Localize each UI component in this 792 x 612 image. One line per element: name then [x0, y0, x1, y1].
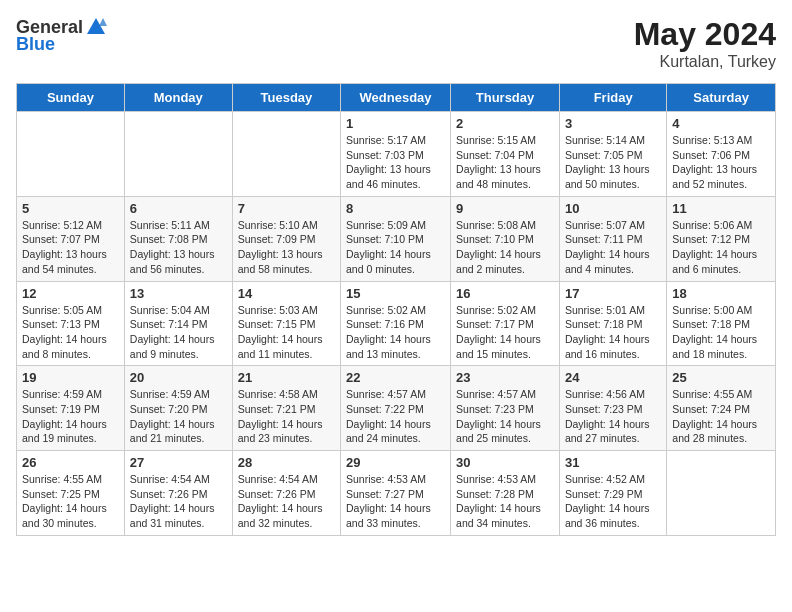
cell-info: Sunrise: 4:54 AM Sunset: 7:26 PM Dayligh… — [130, 472, 227, 531]
cell-info: Sunrise: 4:57 AM Sunset: 7:22 PM Dayligh… — [346, 387, 445, 446]
cell-info: Sunrise: 5:04 AM Sunset: 7:14 PM Dayligh… — [130, 303, 227, 362]
cell-info: Sunrise: 4:59 AM Sunset: 7:19 PM Dayligh… — [22, 387, 119, 446]
calendar-cell: 15Sunrise: 5:02 AM Sunset: 7:16 PM Dayli… — [341, 281, 451, 366]
calendar-cell: 4Sunrise: 5:13 AM Sunset: 7:06 PM Daylig… — [667, 112, 776, 197]
calendar-cell — [232, 112, 340, 197]
day-number: 5 — [22, 201, 119, 216]
cell-info: Sunrise: 4:58 AM Sunset: 7:21 PM Dayligh… — [238, 387, 335, 446]
calendar-cell: 17Sunrise: 5:01 AM Sunset: 7:18 PM Dayli… — [559, 281, 666, 366]
day-number: 2 — [456, 116, 554, 131]
header-day-saturday: Saturday — [667, 84, 776, 112]
calendar-cell: 14Sunrise: 5:03 AM Sunset: 7:15 PM Dayli… — [232, 281, 340, 366]
cell-info: Sunrise: 4:57 AM Sunset: 7:23 PM Dayligh… — [456, 387, 554, 446]
calendar-cell: 6Sunrise: 5:11 AM Sunset: 7:08 PM Daylig… — [124, 196, 232, 281]
day-number: 7 — [238, 201, 335, 216]
calendar-cell: 20Sunrise: 4:59 AM Sunset: 7:20 PM Dayli… — [124, 366, 232, 451]
cell-info: Sunrise: 5:09 AM Sunset: 7:10 PM Dayligh… — [346, 218, 445, 277]
cell-info: Sunrise: 5:11 AM Sunset: 7:08 PM Dayligh… — [130, 218, 227, 277]
header-day-sunday: Sunday — [17, 84, 125, 112]
calendar-cell: 9Sunrise: 5:08 AM Sunset: 7:10 PM Daylig… — [451, 196, 560, 281]
cell-info: Sunrise: 4:54 AM Sunset: 7:26 PM Dayligh… — [238, 472, 335, 531]
calendar-cell: 26Sunrise: 4:55 AM Sunset: 7:25 PM Dayli… — [17, 451, 125, 536]
day-number: 3 — [565, 116, 661, 131]
day-number: 14 — [238, 286, 335, 301]
page-header: General Blue May 2024 Kurtalan, Turkey — [16, 16, 776, 71]
day-number: 24 — [565, 370, 661, 385]
calendar-cell: 24Sunrise: 4:56 AM Sunset: 7:23 PM Dayli… — [559, 366, 666, 451]
calendar-cell: 22Sunrise: 4:57 AM Sunset: 7:22 PM Dayli… — [341, 366, 451, 451]
day-number: 11 — [672, 201, 770, 216]
calendar-cell: 23Sunrise: 4:57 AM Sunset: 7:23 PM Dayli… — [451, 366, 560, 451]
calendar-cell: 2Sunrise: 5:15 AM Sunset: 7:04 PM Daylig… — [451, 112, 560, 197]
calendar-table: SundayMondayTuesdayWednesdayThursdayFrid… — [16, 83, 776, 536]
calendar-cell: 18Sunrise: 5:00 AM Sunset: 7:18 PM Dayli… — [667, 281, 776, 366]
cell-info: Sunrise: 5:10 AM Sunset: 7:09 PM Dayligh… — [238, 218, 335, 277]
title-block: May 2024 Kurtalan, Turkey — [634, 16, 776, 71]
calendar-cell — [124, 112, 232, 197]
cell-info: Sunrise: 4:59 AM Sunset: 7:20 PM Dayligh… — [130, 387, 227, 446]
day-number: 13 — [130, 286, 227, 301]
cell-info: Sunrise: 5:07 AM Sunset: 7:11 PM Dayligh… — [565, 218, 661, 277]
cell-info: Sunrise: 5:06 AM Sunset: 7:12 PM Dayligh… — [672, 218, 770, 277]
day-number: 31 — [565, 455, 661, 470]
cell-info: Sunrise: 4:55 AM Sunset: 7:25 PM Dayligh… — [22, 472, 119, 531]
day-number: 8 — [346, 201, 445, 216]
calendar-cell: 28Sunrise: 4:54 AM Sunset: 7:26 PM Dayli… — [232, 451, 340, 536]
calendar-cell: 1Sunrise: 5:17 AM Sunset: 7:03 PM Daylig… — [341, 112, 451, 197]
cell-info: Sunrise: 5:08 AM Sunset: 7:10 PM Dayligh… — [456, 218, 554, 277]
calendar-cell: 21Sunrise: 4:58 AM Sunset: 7:21 PM Dayli… — [232, 366, 340, 451]
cell-info: Sunrise: 4:53 AM Sunset: 7:28 PM Dayligh… — [456, 472, 554, 531]
cell-info: Sunrise: 5:17 AM Sunset: 7:03 PM Dayligh… — [346, 133, 445, 192]
calendar-cell: 19Sunrise: 4:59 AM Sunset: 7:19 PM Dayli… — [17, 366, 125, 451]
calendar-cell: 30Sunrise: 4:53 AM Sunset: 7:28 PM Dayli… — [451, 451, 560, 536]
week-row-5: 26Sunrise: 4:55 AM Sunset: 7:25 PM Dayli… — [17, 451, 776, 536]
calendar-cell: 7Sunrise: 5:10 AM Sunset: 7:09 PM Daylig… — [232, 196, 340, 281]
day-number: 29 — [346, 455, 445, 470]
day-number: 9 — [456, 201, 554, 216]
day-number: 10 — [565, 201, 661, 216]
day-number: 17 — [565, 286, 661, 301]
day-number: 16 — [456, 286, 554, 301]
calendar-header-row: SundayMondayTuesdayWednesdayThursdayFrid… — [17, 84, 776, 112]
day-number: 20 — [130, 370, 227, 385]
calendar-body: 1Sunrise: 5:17 AM Sunset: 7:03 PM Daylig… — [17, 112, 776, 536]
day-number: 25 — [672, 370, 770, 385]
day-number: 6 — [130, 201, 227, 216]
cell-info: Sunrise: 4:52 AM Sunset: 7:29 PM Dayligh… — [565, 472, 661, 531]
day-number: 4 — [672, 116, 770, 131]
cell-info: Sunrise: 5:15 AM Sunset: 7:04 PM Dayligh… — [456, 133, 554, 192]
header-day-thursday: Thursday — [451, 84, 560, 112]
logo-blue-text: Blue — [16, 34, 55, 55]
cell-info: Sunrise: 5:03 AM Sunset: 7:15 PM Dayligh… — [238, 303, 335, 362]
logo: General Blue — [16, 16, 109, 55]
cell-info: Sunrise: 4:56 AM Sunset: 7:23 PM Dayligh… — [565, 387, 661, 446]
day-number: 1 — [346, 116, 445, 131]
cell-info: Sunrise: 5:14 AM Sunset: 7:05 PM Dayligh… — [565, 133, 661, 192]
day-number: 15 — [346, 286, 445, 301]
day-number: 26 — [22, 455, 119, 470]
calendar-cell: 10Sunrise: 5:07 AM Sunset: 7:11 PM Dayli… — [559, 196, 666, 281]
month-year-title: May 2024 — [634, 16, 776, 53]
calendar-cell: 5Sunrise: 5:12 AM Sunset: 7:07 PM Daylig… — [17, 196, 125, 281]
cell-info: Sunrise: 5:00 AM Sunset: 7:18 PM Dayligh… — [672, 303, 770, 362]
day-number: 23 — [456, 370, 554, 385]
day-number: 12 — [22, 286, 119, 301]
calendar-cell: 3Sunrise: 5:14 AM Sunset: 7:05 PM Daylig… — [559, 112, 666, 197]
day-number: 27 — [130, 455, 227, 470]
cell-info: Sunrise: 5:13 AM Sunset: 7:06 PM Dayligh… — [672, 133, 770, 192]
header-day-tuesday: Tuesday — [232, 84, 340, 112]
calendar-cell — [17, 112, 125, 197]
header-day-friday: Friday — [559, 84, 666, 112]
cell-info: Sunrise: 5:12 AM Sunset: 7:07 PM Dayligh… — [22, 218, 119, 277]
day-number: 18 — [672, 286, 770, 301]
week-row-2: 5Sunrise: 5:12 AM Sunset: 7:07 PM Daylig… — [17, 196, 776, 281]
calendar-cell: 25Sunrise: 4:55 AM Sunset: 7:24 PM Dayli… — [667, 366, 776, 451]
header-day-wednesday: Wednesday — [341, 84, 451, 112]
cell-info: Sunrise: 5:02 AM Sunset: 7:16 PM Dayligh… — [346, 303, 445, 362]
week-row-3: 12Sunrise: 5:05 AM Sunset: 7:13 PM Dayli… — [17, 281, 776, 366]
cell-info: Sunrise: 5:01 AM Sunset: 7:18 PM Dayligh… — [565, 303, 661, 362]
calendar-cell: 11Sunrise: 5:06 AM Sunset: 7:12 PM Dayli… — [667, 196, 776, 281]
week-row-4: 19Sunrise: 4:59 AM Sunset: 7:19 PM Dayli… — [17, 366, 776, 451]
day-number: 19 — [22, 370, 119, 385]
calendar-cell: 16Sunrise: 5:02 AM Sunset: 7:17 PM Dayli… — [451, 281, 560, 366]
